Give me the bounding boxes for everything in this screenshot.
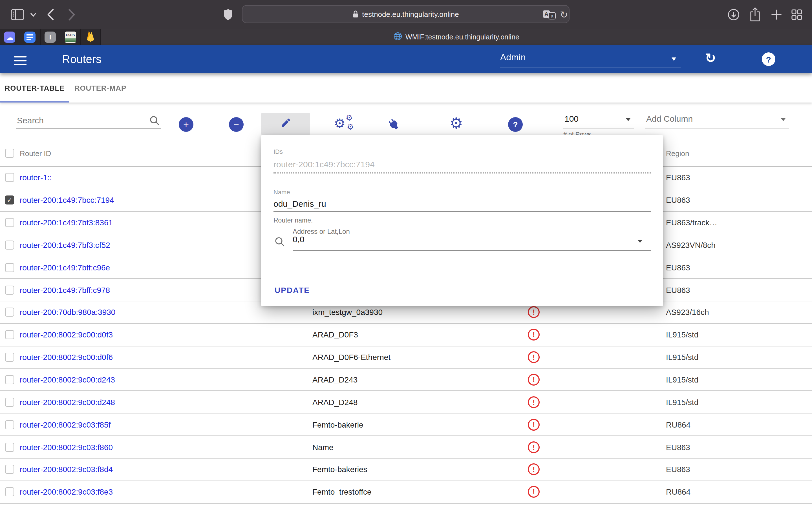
row-checkbox[interactable]: ✓ — [5, 196, 14, 205]
address-field[interactable]: 0,0 — [293, 234, 305, 244]
rows-per-page-value: 100 — [564, 114, 578, 123]
forward-button[interactable] — [68, 8, 75, 21]
alert-icon[interactable]: ! — [528, 374, 540, 386]
divider — [28, 9, 28, 20]
search-icon — [149, 115, 160, 128]
back-button[interactable] — [47, 8, 54, 21]
router-id-link[interactable]: router-200:8002:9c00:d248 — [20, 398, 115, 407]
pencil-icon — [280, 117, 291, 131]
table-row: router-200:8002:9c00:d248 ARAD_D248 ! IL… — [0, 391, 812, 414]
add-button[interactable]: + — [179, 117, 193, 132]
name-field[interactable]: odu_Denis_ru — [273, 199, 326, 209]
name-label: Name — [273, 189, 290, 195]
alert-icon[interactable]: ! — [528, 306, 540, 318]
select-all-checkbox[interactable] — [5, 149, 14, 158]
table-help-button[interactable]: ? — [508, 117, 523, 132]
row-checkbox[interactable] — [5, 487, 14, 496]
alert-icon[interactable]: ! — [528, 396, 540, 408]
router-id-link[interactable]: router-200:8002:9c03:f8e3 — [20, 487, 113, 496]
pinned-tab-cloud[interactable]: ☁ — [0, 29, 20, 45]
row-checkbox[interactable] — [5, 398, 14, 407]
safari-window: testnode.eu.thingularity.online A a ↻ ☁ — [0, 0, 812, 507]
active-tab[interactable]: WMIF:testnode.eu.thingularity.online — [101, 29, 812, 45]
settings-button[interactable]: ⚙ — [449, 116, 463, 131]
row-checkbox[interactable] — [5, 263, 14, 272]
router-region: EU863/track… — [666, 218, 717, 227]
row-checkbox[interactable] — [5, 375, 14, 384]
refresh-button[interactable]: ↻ — [703, 50, 718, 66]
rows-per-page-select[interactable]: 100 — [563, 112, 634, 128]
pinned-tab-firebase[interactable] — [81, 29, 101, 45]
router-id-link[interactable]: router-200:8002:9c00:d0f3 — [20, 330, 113, 339]
router-id-link[interactable]: router-200:8002:9c03:f860 — [20, 443, 113, 452]
alert-icon[interactable]: ! — [528, 486, 540, 498]
alert-icon[interactable]: ! — [528, 329, 540, 341]
connect-button[interactable] — [388, 117, 402, 133]
row-checkbox[interactable] — [5, 420, 14, 429]
alert-icon[interactable]: ! — [528, 464, 540, 475]
chevron-down-icon[interactable] — [638, 240, 642, 243]
help-button[interactable]: ? — [762, 52, 775, 66]
alert-icon[interactable]: ! — [528, 441, 540, 453]
remove-button[interactable]: − — [229, 117, 244, 132]
row-checkbox[interactable] — [5, 218, 14, 227]
router-id-link[interactable]: router-200:8002:9c00:d243 — [20, 375, 115, 384]
chevron-down-icon[interactable] — [31, 13, 36, 17]
tab-bar: ☁ I USDA WMIF:testnode.eu.thingularity — [0, 29, 812, 45]
pinned-tab-docs[interactable] — [20, 29, 41, 45]
row-checkbox[interactable] — [5, 465, 14, 474]
batch-config-button[interactable]: ⚙ ⚙ ⚙ — [334, 115, 356, 134]
router-id-link[interactable]: router-200:1c49:7bcc:7194 — [20, 196, 114, 205]
search-input[interactable]: Search — [16, 113, 161, 129]
row-checkbox[interactable] — [5, 240, 14, 249]
router-id-link[interactable]: router-200:1c49:7bf3:8361 — [20, 218, 113, 227]
router-region: RU864 — [666, 420, 691, 429]
tab-router-map[interactable]: ROUTER-MAP — [69, 73, 132, 103]
router-id-link[interactable]: router-200:8002:9c00:d0f6 — [20, 353, 113, 362]
pinned-tab-info[interactable]: I — [40, 29, 61, 45]
share-icon[interactable] — [749, 7, 761, 22]
app-header: Routers Admin ↻ ? — [0, 45, 812, 73]
edit-button[interactable] — [261, 113, 310, 135]
alert-icon[interactable]: ! — [528, 418, 540, 431]
privacy-shield-icon[interactable] — [223, 8, 233, 21]
plug-icon — [384, 115, 405, 136]
user-menu-value: Admin — [500, 52, 526, 62]
row-checkbox[interactable] — [5, 308, 14, 317]
add-column-select[interactable]: Add Column — [645, 112, 789, 128]
alert-icon[interactable]: ! — [528, 351, 540, 363]
search-icon — [274, 237, 285, 249]
translate-icon[interactable]: A a — [543, 10, 556, 20]
user-menu-select[interactable]: Admin — [500, 51, 680, 68]
table-row: router-200:8002:9c00:d0f3 ARAD_D0F3 ! IL… — [0, 324, 812, 346]
reload-icon[interactable]: ↻ — [560, 9, 568, 21]
router-id-link[interactable]: router-200:1c49:7bff:c978 — [20, 285, 110, 294]
router-id-link[interactable]: router-200:8002:9c03:f8d4 — [20, 465, 113, 474]
row-checkbox[interactable] — [5, 173, 14, 182]
router-id-link[interactable]: router-1:: — [20, 173, 52, 182]
update-button[interactable]: UPDATE — [274, 286, 310, 295]
row-checkbox[interactable] — [5, 353, 14, 362]
info-icon: I — [45, 32, 56, 43]
row-checkbox[interactable] — [5, 443, 14, 452]
row-checkbox[interactable] — [5, 285, 14, 294]
tab-overview-icon[interactable] — [791, 9, 802, 20]
router-id-link[interactable]: router-200:1c49:7bff:c96e — [20, 263, 110, 272]
sidebar-icon[interactable] — [11, 9, 24, 20]
tab-router-table[interactable]: ROUTER-TABLE — [0, 73, 69, 103]
router-id-link[interactable]: router-200:70db:980a:3930 — [20, 308, 115, 317]
pinned-tab-usda[interactable]: USDA — [61, 29, 81, 45]
router-region: IL915/std — [666, 398, 698, 407]
menu-icon[interactable] — [14, 56, 27, 68]
new-tab-icon[interactable] — [770, 8, 783, 21]
router-id-link[interactable]: router-200:8002:9c03:f85f — [20, 420, 110, 429]
url-text: testnode.eu.thingularity.online — [362, 10, 459, 18]
downloads-icon[interactable] — [727, 8, 740, 21]
router-id-link[interactable]: router-200:1c49:7bf3:cf52 — [20, 240, 110, 249]
row-checkbox[interactable] — [5, 330, 14, 339]
router-region: IL915/std — [666, 330, 698, 339]
table-row: router-200:8002:9c03:f8d4 Femto-bakeries… — [0, 459, 812, 481]
address-bar[interactable]: testnode.eu.thingularity.online — [242, 5, 569, 23]
router-region: EU863 — [666, 443, 690, 452]
router-region: IL915/std — [666, 353, 698, 362]
